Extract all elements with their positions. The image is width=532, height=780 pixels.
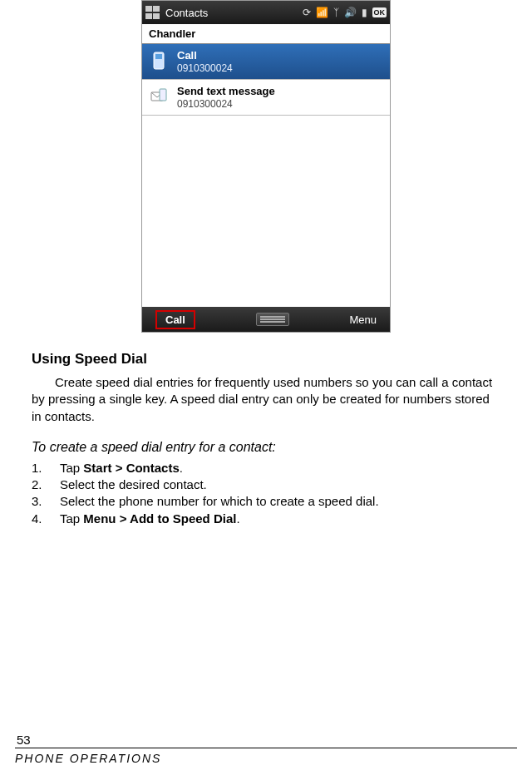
steps-list: 1. Tap Start > Contacts. 2. Select the d… <box>32 460 500 527</box>
action-title: Call <box>177 49 233 62</box>
step-number: 2. <box>32 476 60 493</box>
softkey-bar: Call Menu <box>142 307 390 332</box>
page-number: 53 <box>15 733 32 748</box>
action-number: 0910300024 <box>177 62 233 74</box>
action-title: Send text message <box>177 85 275 98</box>
page-footer: 53 Phone Operations <box>0 733 532 765</box>
phone-statusbar: Contacts ⟳ 📶 ᛉ 🔊 ▮ OK <box>142 1 390 24</box>
sms-icon <box>149 85 169 108</box>
action-call[interactable]: Call 0910300024 <box>142 44 390 80</box>
step-number: 1. <box>32 460 60 476</box>
step-item: 2. Select the desired contact. <box>32 476 500 493</box>
contact-name-bar: Chandler <box>142 24 390 44</box>
section-subheading: To create a speed dial entry for a conta… <box>32 440 500 455</box>
step-number: 4. <box>32 511 60 527</box>
ok-button[interactable]: OK <box>372 7 387 17</box>
action-send-text[interactable]: Send text message 0910300024 <box>142 80 390 116</box>
chapter-title: Phone Operations <box>15 752 517 765</box>
battery-icon: ▮ <box>362 7 367 18</box>
softkey-keyboard-icon[interactable] <box>256 313 289 326</box>
status-icons: ⟳ 📶 ᛉ 🔊 ▮ OK <box>303 7 387 18</box>
svg-rect-3 <box>160 89 166 101</box>
section-paragraph: Create speed dial entries for frequently… <box>32 374 500 425</box>
step-item: 3. Select the phone number for which to … <box>32 493 500 510</box>
antenna-icon: ᛉ <box>333 7 339 18</box>
step-item: 4. Tap Menu > Add to Speed Dial. <box>32 511 500 527</box>
statusbar-title: Contacts <box>165 7 208 19</box>
action-number: 0910300024 <box>177 98 275 110</box>
softkey-call[interactable]: Call <box>155 310 195 329</box>
volume-icon: 🔊 <box>344 7 357 18</box>
step-item: 1. Tap Start > Contacts. <box>32 460 500 476</box>
sync-icon: ⟳ <box>303 7 311 18</box>
step-text: Tap Menu > Add to Speed Dial. <box>60 511 500 527</box>
step-number: 3. <box>32 493 60 510</box>
phone-icon <box>149 49 169 72</box>
phone-empty-area <box>142 116 390 307</box>
step-text: Select the phone number for which to cre… <box>60 493 500 510</box>
windows-start-icon <box>145 6 160 19</box>
svg-rect-1 <box>155 54 162 59</box>
signal-icon: 📶 <box>316 7 328 18</box>
section-heading: Using Speed Dial <box>32 351 500 368</box>
phone-screenshot: Contacts ⟳ 📶 ᛉ 🔊 ▮ OK Chandler Call 0910… <box>141 0 391 333</box>
softkey-menu[interactable]: Menu <box>349 313 377 326</box>
step-text: Tap Start > Contacts. <box>60 460 500 476</box>
step-text: Select the desired contact. <box>60 476 500 493</box>
